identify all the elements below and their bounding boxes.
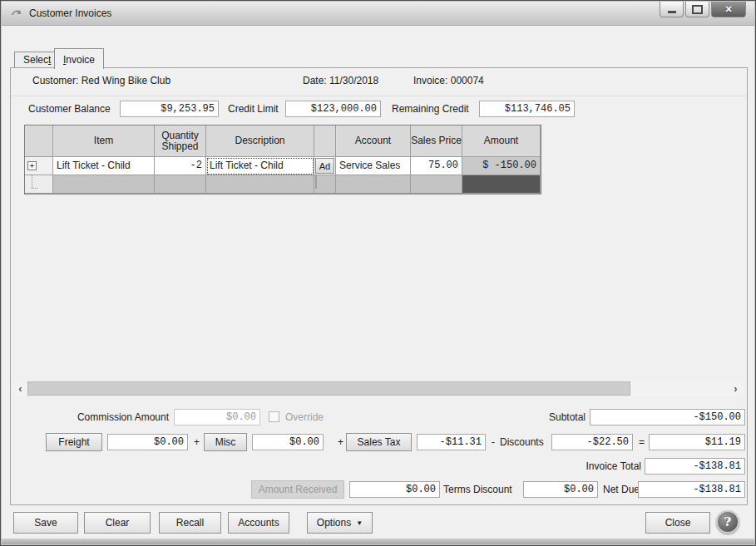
cell-sales-price[interactable]: 75.00	[411, 157, 462, 175]
clear-button[interactable]: Clear	[84, 512, 151, 534]
subtotal-label: Subtotal	[505, 408, 586, 426]
app-icon	[10, 7, 22, 20]
chevron-down-icon: ▼	[356, 519, 363, 527]
scrollbar-track[interactable]	[27, 381, 729, 396]
tree-line-horizontal	[32, 188, 37, 189]
terms-discount-input[interactable]	[523, 481, 598, 498]
customer-invoices-window: Customer Invoices ✕ Select Invoice Custo…	[0, 0, 756, 546]
remaining-credit-label: Remaining Credit	[392, 100, 469, 118]
help-button[interactable]: ?	[716, 510, 739, 534]
credit-limit-field: $123,000.00	[285, 101, 381, 117]
column-header-description[interactable]: Description	[206, 125, 314, 157]
subtotal-field	[590, 409, 745, 425]
save-button[interactable]: Save	[13, 512, 78, 534]
close-window-button[interactable]: ✕	[711, 2, 746, 17]
column-header-amount[interactable]: Amount	[462, 125, 541, 157]
maximize-icon	[692, 5, 703, 14]
discounts-input[interactable]	[551, 434, 633, 450]
amount-received-button: Amount Received	[251, 480, 344, 499]
options-button[interactable]: Options▼	[307, 512, 373, 534]
invoice-total-field	[645, 458, 745, 475]
equals-operator: =	[639, 433, 645, 451]
misc-input[interactable]	[252, 434, 324, 450]
computed-total-field	[649, 434, 745, 450]
commission-amount-label: Commission Amount	[65, 408, 169, 426]
cell-description[interactable]: Lift Ticket - Child	[206, 157, 314, 175]
credit-limit-label: Credit Limit	[228, 100, 279, 118]
row-selector[interactable]: +	[25, 157, 53, 175]
window-title: Customer Invoices	[29, 7, 111, 19]
remaining-credit-field: $113,746.05	[479, 101, 575, 117]
net-due-field	[638, 481, 745, 498]
invoice-tab-page: Customer: Red Wing Bike Club Date: 11/30…	[10, 67, 748, 505]
cell-account[interactable]: Service Sales	[336, 157, 411, 175]
empty-cell-description[interactable]	[206, 175, 314, 194]
minus-operator: -	[492, 433, 495, 451]
maximize-button[interactable]	[685, 2, 709, 17]
header-separator	[11, 96, 747, 96]
date-text: Date: 11/30/2018	[303, 71, 378, 90]
expand-row-icon[interactable]: +	[27, 161, 37, 170]
tab-select-label: Select	[23, 54, 51, 66]
freight-button[interactable]: Freight	[46, 433, 102, 451]
empty-cell-ad	[314, 175, 336, 194]
empty-cell-account[interactable]	[336, 175, 411, 194]
column-header-selector	[25, 125, 53, 157]
scroll-right-button[interactable]: ›	[729, 381, 743, 396]
column-header-ad	[314, 125, 336, 157]
cell-ad: Ad	[314, 157, 336, 175]
date-value: 11/30/2018	[329, 75, 378, 86]
column-header-quantity-shipped[interactable]: Quantity Shipped	[155, 125, 206, 157]
cell-item[interactable]: Lift Ticket - Child	[53, 157, 155, 175]
cell-amount: $ -150.00	[462, 157, 541, 175]
customer-balance-field: $9,253.95	[120, 101, 219, 117]
accounts-button[interactable]: Accounts	[228, 512, 289, 534]
close-button[interactable]: Close	[645, 512, 710, 534]
scrollbar-thumb[interactable]	[27, 381, 630, 396]
net-due-label: Net Due	[603, 480, 640, 499]
plus-operator-2: +	[338, 433, 343, 451]
line-items-grid: Item Quantity Shipped Description Accoun…	[24, 125, 541, 194]
scroll-left-icon: ‹	[18, 382, 22, 395]
column-header-item[interactable]: Item	[53, 125, 155, 157]
customer-balance-label: Customer Balance	[28, 100, 111, 118]
window-bottom-edge	[2, 539, 754, 544]
override-label: Override	[285, 408, 324, 426]
freight-input[interactable]	[107, 434, 188, 450]
ad-button[interactable]: Ad	[315, 158, 334, 174]
title-bar[interactable]: Customer Invoices ✕	[2, 2, 754, 26]
empty-cell-amount	[462, 175, 541, 194]
tree-line-vertical	[32, 175, 32, 188]
tab-invoice-label: Invoice	[63, 54, 95, 66]
scroll-left-button[interactable]: ‹	[13, 381, 27, 396]
date-label: Date:	[303, 75, 327, 86]
column-header-sales-price[interactable]: Sales Price	[411, 125, 462, 157]
empty-cell-item[interactable]	[53, 175, 155, 194]
empty-cell-sales-price[interactable]	[411, 175, 462, 194]
cell-quantity-shipped[interactable]: -2	[155, 157, 206, 175]
misc-button[interactable]: Misc	[204, 433, 247, 451]
discounts-label: Discounts	[500, 433, 544, 451]
column-header-account[interactable]: Account	[336, 125, 411, 157]
empty-cell-quantity-shipped[interactable]	[155, 175, 206, 194]
terms-discount-label: Terms Discount	[443, 480, 512, 499]
customer-text: Customer: Red Wing Bike Club	[32, 71, 170, 90]
recall-button[interactable]: Recall	[159, 512, 221, 534]
invoice-value: 000074	[451, 75, 484, 86]
commission-amount-input	[174, 409, 260, 425]
amount-received-input[interactable]	[349, 481, 440, 498]
empty-ad-button[interactable]	[315, 175, 317, 189]
customer-value: Red Wing Bike Club	[82, 75, 170, 86]
tab-invoice[interactable]: Invoice	[54, 48, 104, 69]
customer-label: Customer:	[32, 75, 78, 86]
override-checkbox	[269, 411, 279, 422]
scroll-right-icon: ›	[734, 382, 737, 395]
sales-tax-button[interactable]: Sales Tax	[346, 433, 412, 451]
sales-tax-field	[417, 434, 486, 450]
minimize-button[interactable]	[660, 2, 684, 17]
empty-row-selector[interactable]	[25, 175, 53, 194]
invoice-number-text: Invoice: 000074	[413, 71, 484, 90]
grid-horizontal-scrollbar[interactable]: ‹ ›	[13, 381, 743, 396]
help-icon: ?	[724, 514, 732, 529]
close-icon: ✕	[724, 4, 732, 15]
